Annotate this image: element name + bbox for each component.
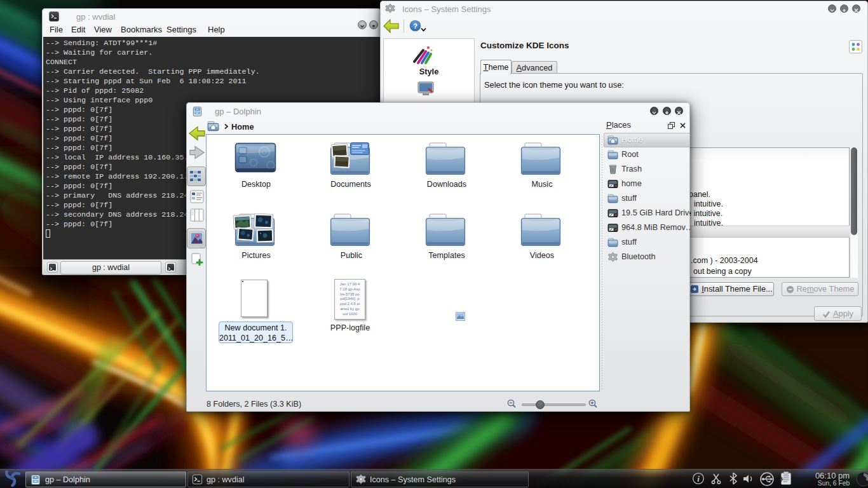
svg-text:?: ? — [413, 22, 417, 30]
svg-text:i: i — [697, 474, 700, 484]
